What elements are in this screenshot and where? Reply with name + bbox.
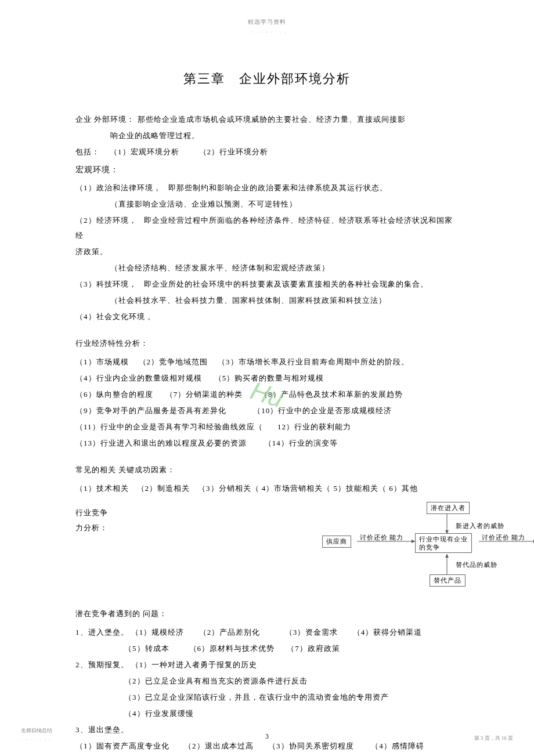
- industry-row-5: （11）行业中的企业是否具有学习和经验曲线效应（ 12）行业的获利能力: [75, 419, 459, 435]
- macro-2: （2）经济环境， 即企业经营过程中所面临的各种经济条件、经济特征、经济联系等社会…: [75, 213, 459, 243]
- chapter-title: 第三章 企业外部环境分析: [75, 67, 459, 91]
- includes-lead: 包括：: [75, 147, 100, 156]
- macro-3b: 即企业所处的社会环境中的科技要素及该要素直接相关的各种社会现象的集合。: [144, 280, 428, 288]
- competition-heading: 行业竞争力分析：: [75, 505, 113, 536]
- industry-row-6: （13）行业进入和退出的难以程度及必要的资源 （14）行业的演变等: [75, 436, 459, 451]
- p2-1: （1）一种对进入者勇于报复的历史: [131, 660, 258, 669]
- body-text: 企业 外部环境： 那些给企业造成市场机会或环境威胁的主要社会、经济力量、直接或间…: [75, 112, 459, 756]
- ind-4: （4）行业内企业的数量级相对规模: [75, 374, 202, 382]
- ind-9: （9）竞争对手的产品服务是否具有差异化: [75, 406, 226, 415]
- macro-1: （1）政治和法律环境， 即那些制约和影响企业的政治要素和法律系统及其运行状态。: [75, 180, 459, 196]
- box-substitute: 替代产品: [430, 574, 466, 587]
- industry-heading: 行业经济特性分析：: [75, 336, 459, 351]
- p2-3: （3）已立足企业深陷该行业，并且，在该行业中的流动资金地的专用资产: [75, 690, 459, 705]
- ind-8: （8）产品特色及技术和革新的发展趋势: [260, 390, 403, 399]
- p1-7: （7）政府政策: [287, 644, 340, 653]
- label-new-entrants-threat: 新进入者的威胁: [456, 519, 504, 532]
- five-forces-diagram: 潜在进入者 新进入者的威胁 讨价还价 能力 供应商 行业中现有企业 的竞争 讨价…: [305, 502, 459, 589]
- problems-heading-a: 潜在竞争者遇到的: [75, 609, 143, 618]
- problems-2-row-1: 2、预期报复。 （1）一种对进入者勇于报复的历史: [75, 657, 459, 672]
- ind-12: 12）行业的获利能力: [277, 422, 351, 431]
- definition-line-1: 企业 外部环境： 那些给企业造成市场机会或环境威胁的主要社会、经济力量、直接或间…: [75, 112, 459, 127]
- ind-6: （6）纵向整合的程度: [75, 390, 153, 399]
- page-number: 3: [0, 730, 534, 743]
- problems-heading: 潜在竞争者遇到的 问题：: [75, 606, 459, 621]
- problems-1-row-1: 1、进入堡垒。 （1）规模经济 （2）产品差别化 （3）资金需求 （4）获得分销…: [75, 625, 459, 640]
- includes-2: （2）行业环境分析: [199, 147, 269, 156]
- macro-1b: 即那些制约和影响企业的政治要素和法律系统及其运行状态。: [168, 183, 388, 192]
- ind-13: （13）行业进入和退出的难以程度及必要的资源: [75, 439, 247, 447]
- footer-right: 第 3 页，共 16 页: [474, 733, 514, 743]
- page-body: 第三章 企业外部环境分析 企业 外部环境： 那些给企业造成市场机会或环境威胁的主…: [0, 0, 534, 756]
- industry-row-4: （9）竞争对手的产品服务是否具有差异化 （10）行业中的企业是否形成规模经济: [75, 403, 459, 418]
- definition-line-2: 响企业的战略管理过程。: [75, 128, 459, 143]
- macro-3a: （3）科技环境，: [75, 280, 137, 288]
- ind-2: （2）竞争地域范围: [139, 357, 208, 366]
- box-potential-entrants: 潜在进入者: [427, 502, 470, 514]
- label-substitute-threat: 替代品的威胁: [456, 558, 497, 571]
- p2-lead: 2、预期报复。: [75, 660, 129, 669]
- ksf-heading-a: 常见的相关: [75, 465, 118, 474]
- macro-1c: （直接影响企业活动、企业难以预测、不可逆转性）: [75, 197, 459, 212]
- macro-heading: 宏观环境：: [75, 162, 459, 178]
- ksf-heading-b: 关键成功因素：: [118, 465, 175, 474]
- problems-1-row-2: （5）转成本 （6）原材料与技术优势 （7）政府政策: [75, 641, 459, 656]
- ind-5: （5）购买者的数量与相对规模: [214, 374, 324, 382]
- p1-4: （4）获得分销渠道: [353, 628, 423, 636]
- macro-3c: （社会科技水平、社会科技力量、国家科技体制、国家科技政策和科技立法）: [75, 293, 459, 308]
- definition-text-1: 那些给企业造成市场机会或环境威胁的主要社会、经济力量、直接或间接影: [138, 115, 406, 124]
- box-rivalry-l2: 的竞争: [419, 544, 440, 551]
- p1-1: （1）规模经济: [131, 628, 185, 636]
- problems-heading-b: 问题：: [143, 609, 167, 618]
- ind-10: （10）行业中的企业是否形成规模经济: [253, 406, 392, 415]
- macro-3: （3）科技环境， 即企业所处的社会环境中的科技要素及该要素直接相关的各种社会现象…: [75, 277, 459, 292]
- industry-row-1: （1）市场规模 （2）竞争地域范围 （3）市场增长率及行业目前寿命周期中所处的阶…: [75, 355, 459, 370]
- p2-2: （2）已立足企业具有相当充实的资源条件进行反击: [75, 674, 459, 689]
- industry-row-3: （6）纵向整合的程度 （7）分销渠道的种类 （8）产品特色及技术和革新的发展趋势: [75, 387, 459, 402]
- macro-4: （4）社会文化环境 。: [75, 309, 459, 324]
- box-supplier: 供应商: [322, 536, 351, 548]
- includes-line: 包括： （1）宏观环境分析 （2）行业环境分析: [75, 144, 459, 160]
- p1-5: （5）转成本: [124, 644, 169, 653]
- box-rivalry-l1: 行业中现有企业: [419, 536, 468, 542]
- definition-lead: 企业 外部环境：: [75, 115, 135, 124]
- ksf-line: （1）技术相关 （2）制造相关 （3）分销相关（ 4）市场营销相关（ 5）技能相…: [75, 481, 459, 496]
- p1-3: （3）资金需求: [285, 628, 338, 636]
- macro-1a: （1）政治和法律环境，: [75, 183, 161, 192]
- ind-11: （11）行业中的企业是否具有学习和经验曲线效应（: [75, 422, 263, 431]
- ind-14: （14）行业的演变等: [264, 439, 338, 447]
- ind-7: （7）分销渠道的种类: [165, 390, 243, 399]
- label-supplier-bargain: 讨价还价 能力: [360, 531, 404, 544]
- macro-2c: 济政策。: [75, 244, 459, 259]
- ind-3: （3）市场增长率及行业目前寿命周期中所处的阶段。: [218, 357, 409, 366]
- footer-left-text: 名师归纳总结: [21, 726, 52, 736]
- footer-left-dots: - - - - - - -: [21, 736, 52, 743]
- ksf-heading: 常见的相关 关键成功因素：: [75, 462, 459, 478]
- macro-2d: （社会经济结构、经济发展水平、经济体制和宏观经济政策）: [75, 261, 459, 276]
- macro-2a: （2）经济环境，: [75, 216, 137, 225]
- ind-1: （1）市场规模: [75, 357, 129, 366]
- label-buyer-bargain: 讨价还价 能力: [482, 531, 526, 544]
- box-rivalry: 行业中现有企业 的竞争: [415, 533, 472, 554]
- footer-left: 名师归纳总结 - - - - - - -: [21, 726, 52, 743]
- p1-2: （2）产品差别化: [199, 628, 261, 636]
- p1-6: （6）原材料与技术优势: [189, 644, 275, 653]
- p1-lead: 1、进入堡垒。: [75, 628, 129, 636]
- p2-4: （4）行业发展缓慢: [75, 706, 459, 721]
- industry-row-2: （4）行业内企业的数量级相对规模 （5）购买者的数量与相对规模: [75, 371, 459, 386]
- includes-1: （1）宏观环境分析: [110, 147, 179, 156]
